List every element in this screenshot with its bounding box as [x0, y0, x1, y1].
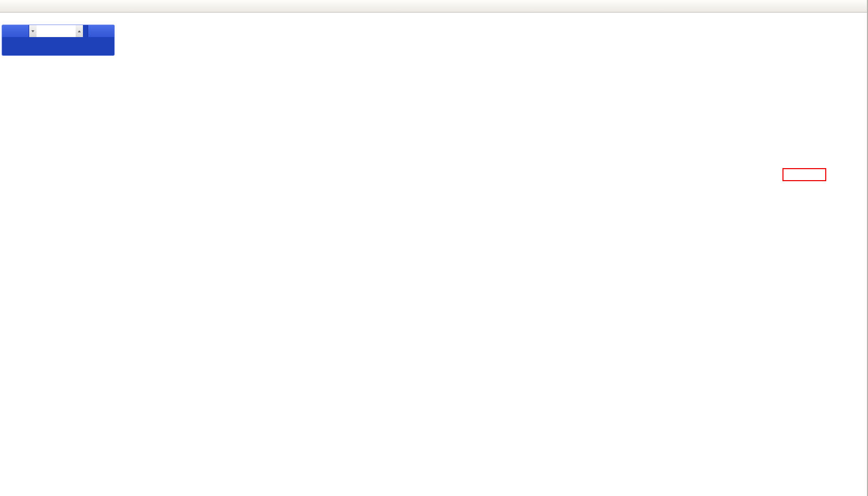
mt4-window: [0, 0, 868, 496]
main-toolbar: [0, 0, 867, 13]
volume-decrease-button[interactable]: [29, 25, 37, 37]
volume-increase-button[interactable]: [76, 25, 83, 37]
price-callout-label[interactable]: [782, 168, 826, 181]
sell-button[interactable]: [2, 25, 29, 37]
chart-canvas[interactable]: [0, 0, 868, 496]
buy-button[interactable]: [88, 25, 114, 37]
volume-input[interactable]: [37, 25, 76, 37]
sell-price[interactable]: [2, 37, 58, 56]
chart-ohlc-title: [4, 15, 6, 21]
buy-price[interactable]: [58, 37, 115, 56]
one-click-trading-panel: [2, 25, 115, 56]
